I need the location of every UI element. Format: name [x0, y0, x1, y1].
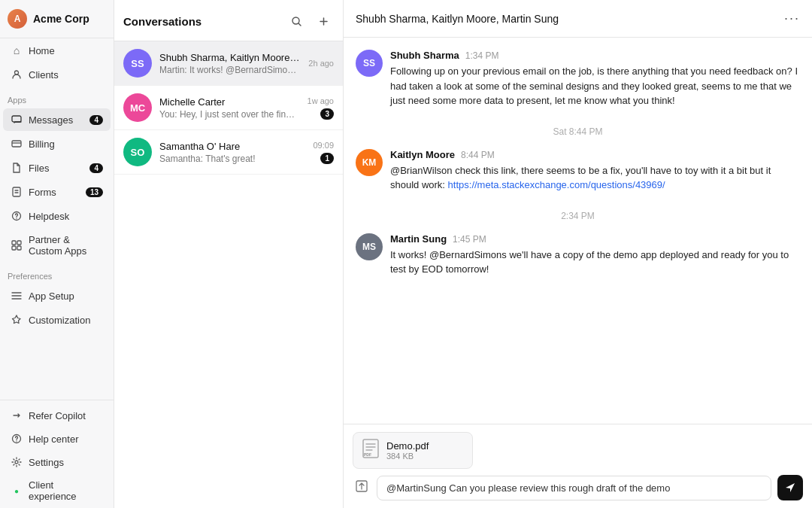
- sidebar-item-files-label: Files: [29, 163, 83, 174]
- message-group: KM Kaitlyn Moore 8:44 PM @BrianWilson ch…: [356, 149, 800, 193]
- conv-preview: Samantha: That's great!: [159, 154, 305, 164]
- more-options-button[interactable]: ···: [784, 11, 800, 26]
- msg-header: Kaitlyn Moore 8:44 PM: [390, 149, 800, 160]
- sidebar-item-app-setup[interactable]: App Setup: [3, 284, 111, 307]
- msg-header: Shubh Sharma 1:34 PM: [390, 50, 800, 61]
- new-conversation-button[interactable]: [313, 11, 334, 32]
- send-button[interactable]: [777, 475, 803, 500]
- client-dot-icon: ●: [11, 485, 23, 497]
- msg-time: 1:45 PM: [453, 234, 486, 245]
- sidebar-item-forms-label: Forms: [29, 187, 80, 198]
- conv-time: 09:09: [313, 141, 334, 150]
- svg-rect-3: [13, 187, 20, 196]
- sidebar-item-client-experience[interactable]: ● Client experience: [3, 474, 111, 507]
- conversation-item[interactable]: SO Samantha O' Hare Samantha: That's gre…: [114, 130, 343, 175]
- svg-rect-2: [12, 141, 21, 147]
- sidebar-item-clients-label: Clients: [29, 69, 103, 81]
- app-setup-icon: [11, 290, 23, 302]
- upload-button[interactable]: [353, 477, 371, 498]
- avatar: KM: [356, 149, 383, 176]
- avatar: MC: [123, 93, 152, 122]
- msg-sender: Shubh Sharma: [390, 50, 459, 61]
- home-icon: ⌂: [11, 44, 23, 56]
- help-icon: [11, 433, 23, 445]
- conv-names: Samantha O' Hare: [159, 141, 305, 152]
- billing-icon: [11, 138, 23, 150]
- conv-badge: 3: [320, 108, 334, 120]
- avatar: SS: [123, 49, 152, 78]
- file-name: Demo.pdf: [386, 440, 429, 452]
- sidebar-item-files[interactable]: Files 4: [3, 157, 111, 179]
- message-group: SS Shubh Sharma 1:34 PM Following up on …: [356, 50, 800, 108]
- conv-info: Michelle Carter You: Hey, I just sent ov…: [159, 96, 300, 120]
- conversation-item[interactable]: MC Michelle Carter You: Hey, I just sent…: [114, 86, 343, 130]
- sidebar-item-refer-copilot[interactable]: Refer Copilot: [3, 404, 111, 427]
- helpdesk-icon: [11, 210, 23, 222]
- sidebar-item-clients[interactable]: Clients: [3, 63, 111, 86]
- conv-time: 1w ago: [308, 96, 334, 105]
- msg-content: Kaitlyn Moore 8:44 PM @BrianWilson check…: [390, 149, 800, 193]
- messages-icon: [11, 114, 23, 126]
- chat-header: Shubh Sharma, Kaitlyn Moore, Martin Sung…: [344, 0, 812, 38]
- sidebar-item-customization[interactable]: Customization: [3, 309, 111, 331]
- msg-sender: Kaitlyn Moore: [390, 149, 455, 160]
- msg-text: It works! @BernardSimons we'll have a co…: [390, 248, 800, 277]
- sidebar-item-settings[interactable]: Settings: [3, 451, 111, 473]
- conversations-panel: Conversations SS Shubh Sharma, Kaitlyn M…: [114, 0, 344, 508]
- msg-time: 1:34 PM: [465, 50, 499, 61]
- sidebar-item-partner-custom-apps[interactable]: Partner & Custom Apps: [3, 229, 111, 262]
- sidebar-item-forms[interactable]: Forms 13: [3, 181, 111, 203]
- prefs-section-label: Preferences: [0, 263, 114, 284]
- avatar: SO: [123, 138, 152, 166]
- sidebar-item-client-label: Client experience: [29, 479, 103, 502]
- avatar: SS: [356, 50, 383, 77]
- sidebar-bottom: Refer Copilot Help center Settings ● Cli…: [0, 400, 114, 508]
- conv-meta: 2h ago: [308, 59, 334, 68]
- sidebar-item-app-setup-label: App Setup: [29, 291, 103, 302]
- sidebar-item-customization-label: Customization: [29, 315, 103, 326]
- sidebar-item-help-center[interactable]: Help center: [3, 427, 111, 450]
- msg-content: Martin Sung 1:45 PM It works! @BernardSi…: [390, 233, 800, 277]
- search-conversations-button[interactable]: [286, 11, 307, 32]
- brand-name: Acme Corp: [33, 13, 89, 25]
- svg-rect-8: [12, 246, 16, 250]
- chat-panel: Shubh Sharma, Kaitlyn Moore, Martin Sung…: [344, 0, 812, 508]
- message-group: MS Martin Sung 1:45 PM It works! @Bernar…: [356, 233, 800, 277]
- conversations-header: Conversations: [114, 0, 343, 41]
- conversation-item[interactable]: SS Shubh Sharma, Kaitlyn Moore, Marti...…: [114, 41, 343, 86]
- conv-info: Shubh Sharma, Kaitlyn Moore, Marti... Ma…: [159, 52, 301, 75]
- attachment-preview: PDF Demo.pdf 384 KB: [353, 432, 473, 469]
- conv-names: Shubh Sharma, Kaitlyn Moore, Marti...: [159, 52, 301, 63]
- conv-meta: 09:09 1: [313, 141, 334, 164]
- timestamp-divider: 2:34 PM: [356, 211, 800, 221]
- chat-header-title: Shubh Sharma, Kaitlyn Moore, Martin Sung: [356, 13, 559, 25]
- files-icon: [11, 162, 23, 174]
- sidebar-item-home[interactable]: ⌂ Home: [3, 39, 111, 62]
- conv-preview: You: Hey, I just sent over the final des…: [159, 109, 300, 120]
- sidebar-item-helpdesk[interactable]: Helpdesk: [3, 205, 111, 227]
- svg-point-11: [16, 440, 17, 441]
- sidebar-item-messages[interactable]: Messages 4: [3, 108, 111, 131]
- brand-icon: A: [8, 9, 27, 29]
- msg-link[interactable]: https://meta.stackexchange.com/questions…: [448, 179, 665, 190]
- sidebar-item-refer-label: Refer Copilot: [29, 410, 103, 421]
- chat-footer: PDF Demo.pdf 384 KB: [344, 424, 812, 508]
- messages-badge: 4: [89, 115, 103, 125]
- input-row: [353, 475, 803, 500]
- conversations-title: Conversations: [123, 15, 201, 28]
- conv-info: Samantha O' Hare Samantha: That's great!: [159, 141, 305, 164]
- sidebar-item-helpdesk-label: Helpdesk: [29, 211, 103, 222]
- clients-icon: [11, 68, 23, 81]
- sidebar-item-help-label: Help center: [29, 433, 103, 445]
- sidebar-item-billing[interactable]: Billing: [3, 132, 111, 155]
- conv-badge: 1: [320, 153, 334, 164]
- msg-text: @BrianWilson check this link, there seem…: [390, 163, 800, 193]
- svg-rect-6: [12, 241, 16, 245]
- apps-section-label: Apps: [0, 87, 114, 108]
- forms-icon: [11, 186, 23, 198]
- msg-time: 8:44 PM: [461, 150, 495, 160]
- sidebar-item-messages-label: Messages: [29, 114, 83, 126]
- svg-point-5: [16, 217, 17, 218]
- message-input[interactable]: [377, 476, 771, 500]
- msg-header: Martin Sung 1:45 PM: [390, 233, 800, 245]
